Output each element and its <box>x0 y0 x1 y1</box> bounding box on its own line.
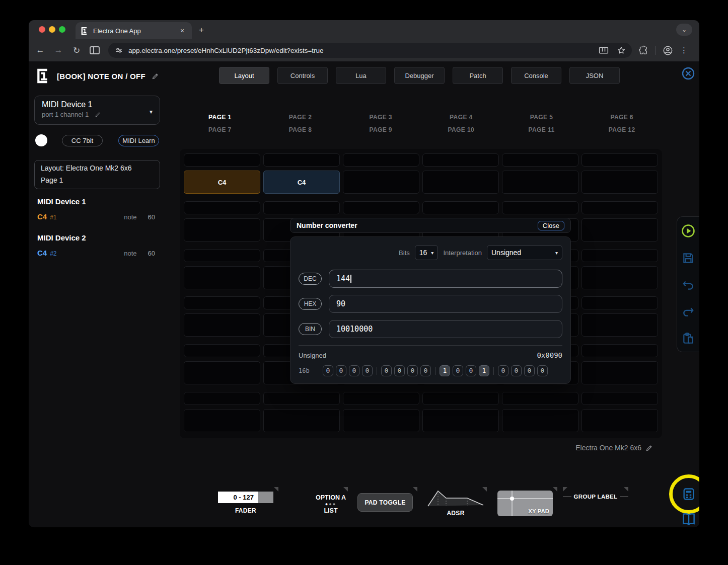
site-settings-icon[interactable] <box>114 46 123 55</box>
grid-control-cell[interactable] <box>184 266 260 289</box>
cc-7bit-button[interactable]: CC 7bit <box>62 135 103 146</box>
number-converter-icon[interactable] <box>682 487 696 501</box>
grid-label-cell[interactable] <box>422 201 499 214</box>
template-adsr[interactable]: ADSR <box>427 490 484 517</box>
template-pad[interactable]: PAD TOGGLE <box>357 493 413 512</box>
template-list[interactable]: OPTION A ●●● LIST <box>301 494 361 514</box>
dialog-close-button[interactable]: Close <box>538 221 564 230</box>
run-preset-icon[interactable] <box>681 224 695 238</box>
paste-clipboard-icon[interactable] <box>682 332 695 345</box>
layout-info-box[interactable]: Layout: Electra One Mk2 6x6 Page 1 <box>34 160 160 189</box>
tab-controls[interactable]: Controls <box>277 67 328 84</box>
status-indicator[interactable] <box>35 134 47 146</box>
bit-toggle-3[interactable]: 0 <box>498 365 508 376</box>
grid-control-cell-c4[interactable]: C4 <box>184 171 260 194</box>
app-close-icon[interactable] <box>681 66 695 80</box>
grid-label-cell[interactable] <box>343 201 419 214</box>
dec-input[interactable]: 144 <box>329 270 562 288</box>
new-tab-button[interactable]: + <box>199 25 204 35</box>
undo-icon[interactable] <box>682 278 695 291</box>
grid-label-cell[interactable] <box>263 153 340 167</box>
page-tab-11[interactable]: PAGE 11 <box>501 126 582 133</box>
grid-control-cell[interactable] <box>502 171 578 194</box>
page-tab-6[interactable]: PAGE 6 <box>581 114 662 121</box>
midi-keyboard-icon[interactable] <box>599 46 609 54</box>
grid-label-cell[interactable] <box>422 153 499 167</box>
page-tab-4[interactable]: PAGE 4 <box>421 114 501 121</box>
grid-label-cell[interactable] <box>422 392 499 405</box>
bit-toggle-0[interactable]: 0 <box>537 365 548 376</box>
save-icon[interactable] <box>682 252 695 265</box>
grid-label-cell[interactable] <box>184 249 260 262</box>
grid-control-cell[interactable] <box>581 171 658 194</box>
grid-label-cell[interactable] <box>581 201 658 214</box>
bit-toggle-14[interactable]: 0 <box>336 365 346 376</box>
bit-toggle-11[interactable]: 0 <box>381 365 392 376</box>
window-zoom-button[interactable] <box>59 26 65 33</box>
documentation-book-icon[interactable] <box>681 512 696 527</box>
grid-label-cell[interactable] <box>343 392 419 405</box>
grid-label-cell[interactable] <box>502 392 578 405</box>
grid-label-cell[interactable] <box>502 201 578 214</box>
bit-toggle-7[interactable]: 1 <box>440 365 450 376</box>
grid-control-cell[interactable] <box>581 409 658 432</box>
page-tab-5[interactable]: PAGE 5 <box>501 114 582 121</box>
page-tab-2[interactable]: PAGE 2 <box>260 114 341 121</box>
control-label[interactable]: C4 <box>37 212 47 221</box>
url-text[interactable]: app.electra.one/preset/eHnhCxLlUD2Pjt63z… <box>128 47 599 54</box>
grid-label-cell[interactable] <box>581 344 658 357</box>
grid-control-cell[interactable] <box>502 409 578 432</box>
edit-preset-pencil-icon[interactable] <box>152 72 159 80</box>
grid-control-cell[interactable] <box>422 171 499 194</box>
side-panel-icon[interactable] <box>88 46 101 55</box>
interpretation-select[interactable]: Unsigned ▾ <box>487 245 562 260</box>
bit-toggle-6[interactable]: 0 <box>453 365 463 376</box>
grid-label-cell[interactable] <box>184 201 260 214</box>
tab-json[interactable]: JSON <box>569 67 620 84</box>
hex-input[interactable]: 90 <box>329 295 562 313</box>
window-close-button[interactable] <box>39 26 45 33</box>
bit-toggle-15[interactable]: 0 <box>323 365 333 376</box>
grid-label-cell[interactable] <box>184 344 260 357</box>
grid-control-cell[interactable] <box>184 361 260 384</box>
page-tab-10[interactable]: PAGE 10 <box>421 126 501 133</box>
grid-control-cell[interactable] <box>184 218 260 241</box>
bit-toggle-12[interactable]: 0 <box>362 365 373 376</box>
bin-input[interactable]: 10010000 <box>329 320 562 338</box>
bit-toggle-2[interactable]: 0 <box>511 365 522 376</box>
grid-label-cell[interactable] <box>184 153 260 167</box>
page-tab-12[interactable]: PAGE 12 <box>581 126 662 133</box>
grid-label-cell[interactable] <box>343 153 419 167</box>
tab-patch[interactable]: Patch <box>453 67 503 84</box>
edit-device-pencil-icon[interactable] <box>95 111 101 118</box>
tab-layout[interactable]: Layout <box>219 67 269 84</box>
grid-control-cell[interactable] <box>343 171 419 194</box>
grid-label-cell[interactable] <box>581 392 658 405</box>
grid-control-cell[interactable] <box>581 313 658 337</box>
page-tab-1[interactable]: PAGE 1 <box>180 114 260 121</box>
grid-control-cell[interactable] <box>343 409 419 432</box>
bookmark-star-icon[interactable] <box>617 46 626 55</box>
page-tab-8[interactable]: PAGE 8 <box>260 126 341 133</box>
grid-label-cell[interactable] <box>581 249 658 262</box>
grid-label-cell[interactable] <box>184 296 260 309</box>
tab-debugger[interactable]: Debugger <box>394 67 445 84</box>
grid-label-cell[interactable] <box>263 392 340 405</box>
grid-label-cell[interactable] <box>263 201 340 214</box>
page-tab-9[interactable]: PAGE 9 <box>340 126 421 133</box>
grid-control-cell[interactable] <box>184 313 260 337</box>
grid-label-cell[interactable] <box>184 392 260 405</box>
grid-control-cell[interactable] <box>581 266 658 289</box>
back-icon[interactable]: ← <box>34 45 47 55</box>
tab-lua[interactable]: Lua <box>336 67 386 84</box>
device-selector[interactable]: MIDI Device 1 port 1 channel 1 ▾ <box>34 96 160 125</box>
dialog-header[interactable]: Number converter Close <box>290 218 571 233</box>
profile-avatar-icon[interactable] <box>663 45 673 56</box>
extensions-puzzle-icon[interactable] <box>638 45 648 55</box>
browser-tab[interactable]: Electra One App × <box>76 22 192 39</box>
control-list-item[interactable]: C4 #2 note 60 <box>37 249 155 257</box>
template-xy-pad[interactable]: XY PAD <box>497 491 553 516</box>
bit-toggle-8[interactable]: 0 <box>420 365 431 376</box>
reload-icon[interactable]: ↻ <box>70 45 83 56</box>
midi-learn-button[interactable]: MIDI Learn <box>118 135 159 146</box>
